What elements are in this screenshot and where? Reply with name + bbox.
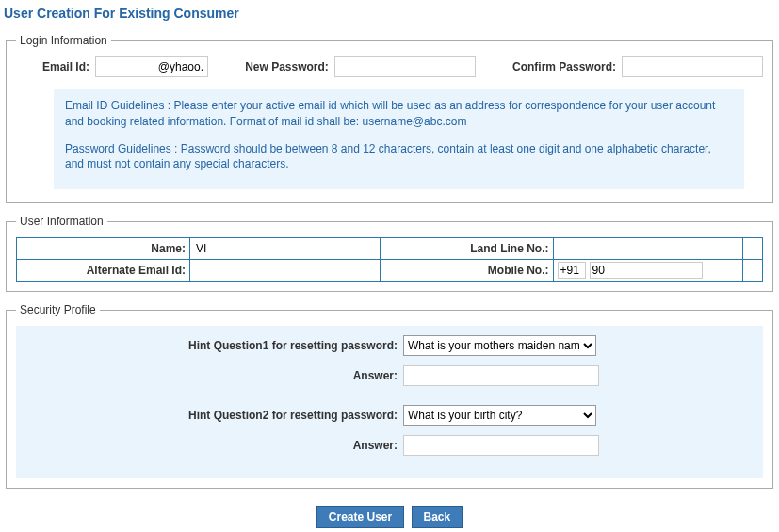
user-fieldset: User Information Name: Land Line No.: Al… [6, 215, 773, 292]
security-fieldset: Security Profile Hint Question1 for rese… [6, 303, 773, 489]
landline-input[interactable] [558, 240, 739, 257]
hint-q2-select[interactable]: What is your birth city? [403, 405, 596, 426]
user-legend: User Information [16, 215, 107, 228]
answer2-label: Answer: [25, 439, 403, 452]
security-inner: Hint Question1 for resetting password: W… [16, 326, 763, 478]
mobile-country-code-input[interactable] [558, 262, 586, 279]
new-password-label: New Password: [245, 60, 329, 73]
alt-email-label: Alternate Email Id: [17, 260, 190, 282]
new-password-input[interactable] [334, 56, 476, 77]
name-input[interactable] [194, 240, 376, 257]
user-info-table: Name: Land Line No.: Alternate Email Id:… [16, 237, 763, 282]
mobile-number-input[interactable] [590, 262, 703, 279]
button-bar: Create User Back [6, 500, 773, 532]
hint-q1-label: Hint Question1 for resetting password: [25, 339, 403, 352]
mobile-label: Mobile No.: [380, 260, 553, 282]
login-fieldset: Login Information Email Id: New Password… [6, 34, 773, 203]
alt-email-input[interactable] [194, 262, 376, 279]
login-row: Email Id: New Password: Confirm Password… [16, 56, 763, 83]
create-user-button[interactable]: Create User [316, 506, 404, 528]
password-guidelines-text: Password Guidelines : Password should be… [65, 141, 733, 173]
email-guidelines-text: Email ID Guidelines : Please enter your … [65, 98, 733, 130]
table-row: Name: Land Line No.: [17, 238, 763, 260]
guidelines-box: Email ID Guidelines : Please enter your … [54, 89, 744, 189]
back-button[interactable]: Back [412, 506, 463, 528]
login-legend: Login Information [16, 34, 111, 47]
security-legend: Security Profile [16, 303, 100, 316]
confirm-password-label: Confirm Password: [512, 60, 616, 73]
answer2-input[interactable] [403, 435, 599, 456]
table-row: Alternate Email Id: Mobile No.: [17, 260, 763, 282]
email-input[interactable] [95, 56, 208, 77]
hint-q2-label: Hint Question2 for resetting password: [25, 409, 403, 422]
name-label: Name: [17, 238, 190, 260]
confirm-password-input[interactable] [622, 56, 763, 77]
page-title: User Creation For Existing Consumer [0, 0, 779, 34]
answer1-label: Answer: [25, 369, 403, 382]
answer1-input[interactable] [403, 365, 599, 386]
landline-label: Land Line No.: [380, 238, 553, 260]
email-label: Email Id: [16, 60, 89, 73]
hint-q1-select[interactable]: What is your mothers maiden name [403, 335, 596, 356]
